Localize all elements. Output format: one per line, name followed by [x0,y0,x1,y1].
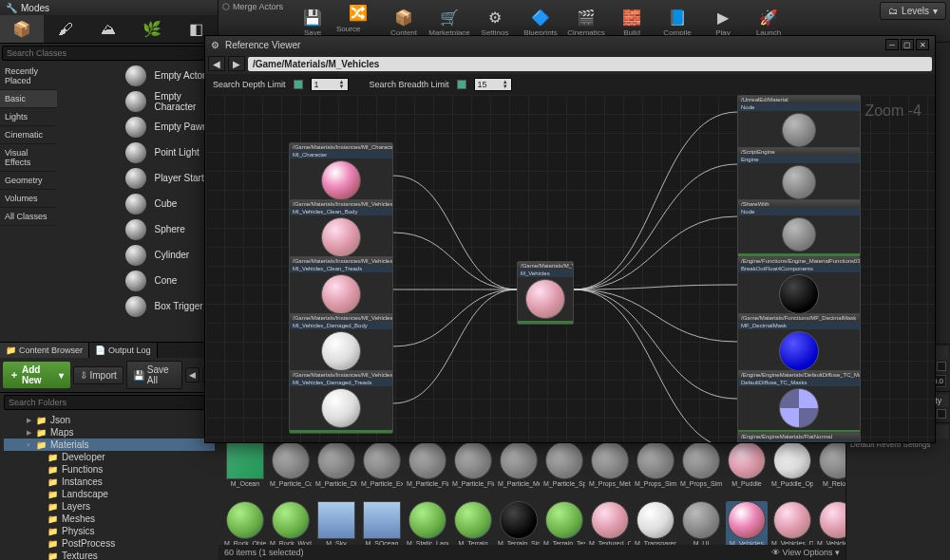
placeable-item[interactable]: Cone [122,268,218,293]
class-category[interactable]: Lights [0,108,57,126]
tab-content-browser[interactable]: 📁Content Browser [0,343,89,358]
placeable-item[interactable]: Point Light [122,140,218,165]
asset-thumb-icon [500,441,538,479]
add-new-button[interactable]: ＋Add New▾ [3,362,70,388]
modes-panel: 🔧 Modes 📦 🖌 ⛰ 🌿 ◧ Search Classes Recentl… [0,0,218,342]
asset-tile[interactable]: M_Particle_Color [270,441,312,495]
nav-back-button[interactable]: ◀ [185,367,199,383]
placeable-item[interactable]: Empty Character [122,88,218,114]
marketplace-icon: 🛒 [439,7,460,28]
class-category[interactable]: Basic [0,90,57,108]
tree-arrow-icon: ▾ [27,441,36,449]
class-category[interactable]: Recently Placed [0,63,57,90]
reference-canvas[interactable]: Zoom -4 /Game/Materials/Instances/MI_Cha… [205,95,935,442]
placeable-item[interactable]: Box Trigger [122,293,218,319]
tree-item[interactable]: 📁Landscape [4,488,215,500]
tree-item[interactable]: 📁Meshes [4,513,215,525]
reference-node[interactable]: /Game/Materials/Instances/MI_Vehicles_Cl… [289,199,393,263]
asset-tile[interactable]: M_Particle_Distorted [315,441,357,495]
maximize-button[interactable]: ▢ [901,39,914,50]
placeable-item[interactable]: Cylinder [122,242,218,268]
class-category[interactable]: All Classes [0,208,57,226]
path-back-button[interactable]: ◀ [208,56,225,71]
asset-tile[interactable]: M_Props_Metall [589,441,631,495]
reference-node[interactable]: /Game/Materials/Instances/MI_Vehicles_Da… [289,370,393,434]
tree-item[interactable]: 📁Instances [4,476,215,488]
placeable-item[interactable]: Empty Pawn [122,114,218,140]
breadth-spinner[interactable]: 15▲▼ [474,78,512,91]
override-gravity-checkbox[interactable] [937,362,946,371]
class-category[interactable]: Cinematic [0,126,57,144]
foliage-mode-icon[interactable]: 🌿 [130,15,174,43]
refwin-titlebar[interactable]: ⚙ Reference Viewer ─ ▢ ✕ [205,36,935,53]
asset-tile[interactable]: M_Props_Simple_Masked [680,441,722,495]
save-all-button[interactable]: 💾Save All [126,361,182,389]
reference-node[interactable]: /UnrealEd/MaterialNode [737,95,861,153]
placeable-item[interactable]: Player Start [122,165,218,191]
folder-tree: ▶📁Json▶📁Maps▾📁Materials📁Developer📁Functi… [0,412,218,560]
minimize-button[interactable]: ─ [885,39,899,50]
asset-tile[interactable]: M_Particle_Exit [361,441,403,495]
tree-item[interactable]: ▶📁Json [4,414,215,426]
reference-node[interactable]: /Game/Materials/Functions/MF_DecimalMask… [737,313,861,377]
reference-node[interactable]: /Engine/EngineMaterials/FlatNormalFlatNo… [737,432,861,442]
reference-node[interactable]: /Game/Materials/Instances/MI_Vehicles_Da… [289,313,393,377]
cb-tabs: 📁Content Browser 📄Output Log [0,343,218,358]
levels-dropdown[interactable]: 🗂 Levels ▾ [880,2,946,20]
class-category[interactable]: Visual Effects [0,144,57,172]
node-thumb-icon [779,274,819,314]
placeable-item[interactable]: Cube [122,191,218,216]
placeable-item[interactable]: Sphere [122,216,218,242]
asset-tile[interactable]: M_Particle_Spark [543,441,585,495]
place-mode-icon[interactable]: 📦 [0,15,44,43]
placeable-item[interactable]: Empty Actor [122,63,218,88]
modes-tab[interactable]: 🔧 Modes [0,0,218,15]
search-classes-input[interactable]: Search Classes [2,46,216,61]
depth-spinner[interactable]: 1▲▼ [311,78,349,91]
class-category[interactable]: Geometry [0,172,57,190]
tab-output-log[interactable]: 📄Output Log [89,343,158,358]
precompute-visibility-checkbox[interactable] [937,409,946,419]
node-path-label: /Game/Materials/M_Vehicles [518,262,573,270]
paint-mode-icon[interactable]: 🖌 [44,15,87,43]
close-button[interactable]: ✕ [916,39,929,50]
tree-item[interactable]: 📁Developer [4,451,215,463]
depth-checkbox[interactable] [294,80,303,89]
reference-node[interactable]: /Game/Materials/M_VehiclesM_Vehicles [517,261,574,325]
tree-item[interactable]: 📁Layers [4,500,215,513]
reference-node[interactable]: /Game/Materials/Instances/MI_Vehicles_Cl… [289,256,393,320]
breadth-checkbox[interactable] [457,80,466,89]
class-category[interactable]: Volumes [0,190,57,208]
reference-node[interactable]: /Engine/Functions/Engine_MaterialFunctio… [737,256,861,320]
asset-tile[interactable]: M_Puddle_Opacity [771,441,813,495]
asset-tile[interactable]: M_Particle_Flare_Mesh [452,441,494,495]
tree-item[interactable]: 📁Functions [4,463,215,476]
tree-item[interactable]: 📁Textures [4,550,215,560]
reference-node[interactable]: /Engine/EngineMaterials/DefaultDiffuse_T… [737,370,861,434]
node-thumb-icon [321,388,361,428]
import-button[interactable]: ⇩Import [73,366,124,384]
search-folders-input[interactable]: Search Folders [4,395,215,410]
asset-tile[interactable]: M_Particle_Flare [407,441,448,495]
landscape-mode-icon[interactable]: ⛰ [87,15,131,43]
path-display[interactable]: /Game/Materials/M_Vehicles [248,57,932,71]
asset-tile[interactable]: M_Ocean [224,441,266,495]
asset-tile[interactable]: M_Particle_Mesh [498,441,540,495]
asset-tile[interactable]: M_Puddle [726,441,768,495]
node-title-label: MI_Character [290,151,392,159]
tree-label: Developer [62,452,105,462]
save-icon: 💾 [302,7,323,28]
tree-item[interactable]: 📁Physics [4,525,215,537]
tree-item[interactable]: 📁PostProcess [4,537,215,550]
tree-item[interactable]: ▶📁Maps [4,426,215,439]
view-options-button[interactable]: 👁 View Options ▾ [771,548,840,557]
reference-node[interactable]: /ShareWithNode [737,199,861,257]
merge-actors-menu[interactable]: ⬡ Merge Actors [222,2,283,11]
asset-tile[interactable]: M_Props_Simple [635,441,676,495]
path-fwd-button[interactable]: ▶ [228,56,245,71]
modes-tab-label: Modes [21,3,49,13]
reference-node[interactable]: /ScriptEngineEngine [737,147,861,205]
tree-item[interactable]: ▾📁Materials [4,439,215,451]
reference-node[interactable]: /Game/Materials/Instances/MI_CharacterMI… [289,142,393,206]
node-thumb-icon [321,217,361,257]
